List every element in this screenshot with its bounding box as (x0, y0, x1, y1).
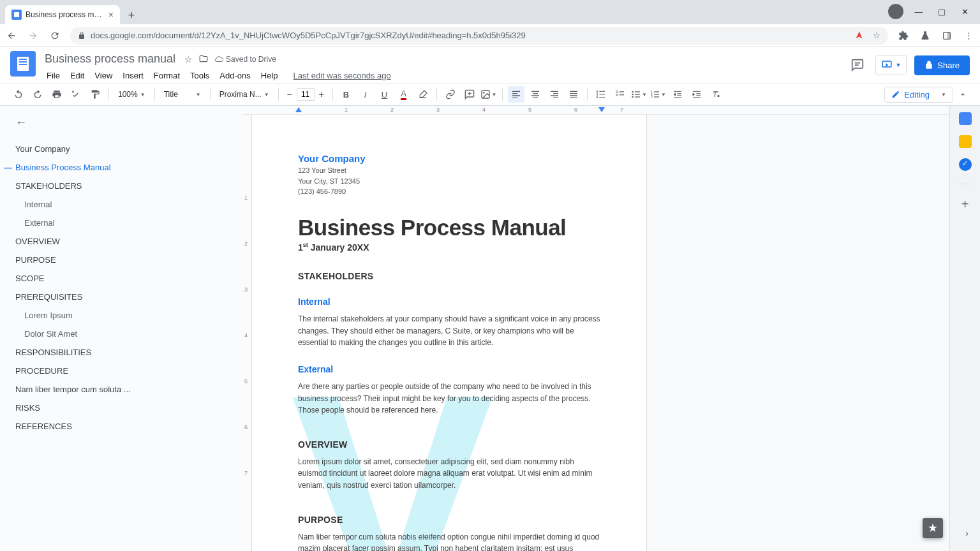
bold-icon[interactable]: B (338, 86, 355, 103)
menu-format[interactable]: Format (149, 68, 184, 83)
indent-increase-icon[interactable] (688, 86, 705, 103)
close-window-icon[interactable]: ✕ (957, 4, 972, 19)
align-center-icon[interactable] (527, 86, 544, 103)
outline-close-icon[interactable]: ← (15, 116, 230, 129)
translate-icon[interactable] (855, 31, 864, 40)
docs-app-icon[interactable] (10, 51, 36, 77)
zoom-select[interactable]: 100%▼ (114, 89, 149, 100)
get-addons-icon[interactable]: + (961, 197, 969, 212)
italic-icon[interactable]: I (357, 86, 374, 103)
font-select[interactable]: Proxima N...▼ (216, 89, 273, 100)
back-icon[interactable] (5, 29, 18, 42)
document-title-input[interactable]: Business process manual (42, 51, 178, 67)
bullet-list-icon[interactable]: ▼ (631, 86, 648, 103)
document-page[interactable]: V Your Company 123 Your Street Your City… (251, 115, 647, 551)
outline-item[interactable]: PREREQUISITES (15, 288, 230, 306)
menu-insert[interactable]: Insert (118, 68, 148, 83)
menu-tools[interactable]: Tools (186, 68, 214, 83)
document-main-title: Business Process Manual (298, 215, 600, 240)
font-size-decrease[interactable]: − (284, 88, 295, 101)
menu-help[interactable]: Help (256, 68, 283, 83)
outline-item[interactable]: PURPOSE (15, 251, 230, 269)
font-size-increase[interactable]: + (316, 88, 327, 101)
align-left-icon[interactable] (508, 86, 524, 103)
align-right-icon[interactable] (546, 86, 563, 103)
ruler-indent-right[interactable] (598, 107, 605, 112)
outline-item[interactable]: Internal (15, 195, 230, 214)
font-size-input[interactable] (297, 88, 315, 101)
keep-icon[interactable] (959, 135, 972, 148)
document-canvas[interactable]: 1 2 3 4 5 6 7 1 2 3 4 5 6 7 V Your Compa… (242, 106, 949, 551)
outline-item[interactable]: Your Company (15, 140, 230, 158)
menu-file[interactable]: File (42, 68, 64, 83)
url-input[interactable]: docs.google.com/document/d/12YzA_1v_NHUj… (70, 27, 888, 45)
outline-item-active[interactable]: Business Process Manual (15, 158, 230, 177)
link-icon[interactable] (442, 86, 459, 103)
outline-item[interactable]: RESPONSIBILITIES (15, 343, 230, 362)
text-color-icon[interactable]: A (396, 86, 412, 103)
redo-icon[interactable] (29, 86, 46, 103)
move-icon[interactable] (199, 54, 208, 64)
new-tab-button[interactable]: + (122, 6, 140, 24)
overflow-icon[interactable] (940, 29, 953, 42)
editing-mode-select[interactable]: Editing▼ (884, 87, 953, 103)
reload-icon[interactable] (48, 29, 61, 42)
outline-item[interactable]: SCOPE (15, 269, 230, 288)
svg-rect-8 (616, 91, 618, 93)
outline-item[interactable]: Lorem Ipsum (15, 306, 230, 325)
numbered-list-icon[interactable]: 123▼ (650, 86, 667, 103)
clear-format-icon[interactable] (708, 86, 724, 103)
hide-menus-icon[interactable] (956, 87, 970, 101)
paragraph: Nam liber tempor cum soluta nobis eleife… (298, 531, 600, 552)
minimize-icon[interactable]: — (911, 4, 926, 19)
comments-icon[interactable] (847, 55, 868, 75)
tasks-icon[interactable] (959, 158, 972, 171)
indent-decrease-icon[interactable] (669, 86, 686, 103)
insert-image-icon[interactable]: ▼ (480, 86, 497, 103)
collapse-panel-icon[interactable]: › (965, 528, 969, 538)
last-edit-link[interactable]: Last edit was seconds ago (289, 68, 396, 83)
extensions-icon[interactable] (897, 29, 910, 42)
star-icon[interactable]: ☆ (184, 54, 193, 64)
forward-icon[interactable] (27, 29, 40, 42)
calendar-icon[interactable] (959, 112, 972, 125)
menu-view[interactable]: View (90, 68, 117, 83)
menu-bar: File Edit View Insert Format Tools Add-o… (42, 68, 847, 83)
ruler-indent-left[interactable] (295, 107, 302, 112)
align-justify-icon[interactable] (565, 86, 582, 103)
paint-format-icon[interactable] (87, 86, 103, 103)
undo-icon[interactable] (10, 86, 27, 103)
profile-avatar[interactable] (888, 4, 903, 19)
tab-close-icon[interactable]: × (108, 10, 114, 20)
menu-icon[interactable]: ⋮ (962, 29, 975, 42)
active-tab[interactable]: Business process manual - Goog × (5, 5, 120, 24)
menu-addons[interactable]: Add-ons (215, 68, 255, 83)
outline-item[interactable]: Nam liber tempor cum soluta ... (15, 380, 230, 399)
print-icon[interactable] (48, 86, 65, 103)
present-button[interactable]: ▼ (875, 55, 907, 75)
add-comment-icon[interactable] (461, 86, 478, 103)
underline-icon[interactable]: U (376, 86, 393, 103)
outline-item[interactable]: External (15, 214, 230, 232)
highlight-icon[interactable] (415, 86, 431, 103)
menu-edit[interactable]: Edit (66, 68, 89, 83)
outline-item[interactable]: OVERVIEW (15, 232, 230, 251)
horizontal-ruler[interactable]: 1 2 3 4 5 6 7 (242, 106, 949, 115)
spellcheck-icon[interactable] (68, 86, 84, 103)
outline-item[interactable]: REFERENCES (15, 417, 230, 436)
outline-item[interactable]: PROCEDURE (15, 362, 230, 380)
style-select[interactable]: Title▼ (160, 89, 205, 100)
bookmark-icon[interactable]: ☆ (873, 31, 880, 40)
outline-item[interactable]: RISKS (15, 399, 230, 417)
share-button[interactable]: Share (914, 55, 970, 75)
explore-button[interactable] (923, 518, 943, 538)
vertical-ruler[interactable]: 1 2 3 4 5 6 7 (242, 115, 251, 551)
maximize-icon[interactable]: ▢ (934, 4, 949, 19)
url-text: docs.google.com/document/d/12YzA_1v_NHUj… (91, 31, 526, 40)
outline-item[interactable]: STAKEHOLDERS (15, 177, 230, 195)
outline-item[interactable]: Dolor Sit Amet (15, 325, 230, 343)
flask-icon[interactable] (919, 29, 932, 42)
checklist-icon[interactable] (612, 86, 628, 103)
cloud-status[interactable]: Saved to Drive (214, 54, 276, 64)
line-spacing-icon[interactable] (593, 86, 609, 103)
